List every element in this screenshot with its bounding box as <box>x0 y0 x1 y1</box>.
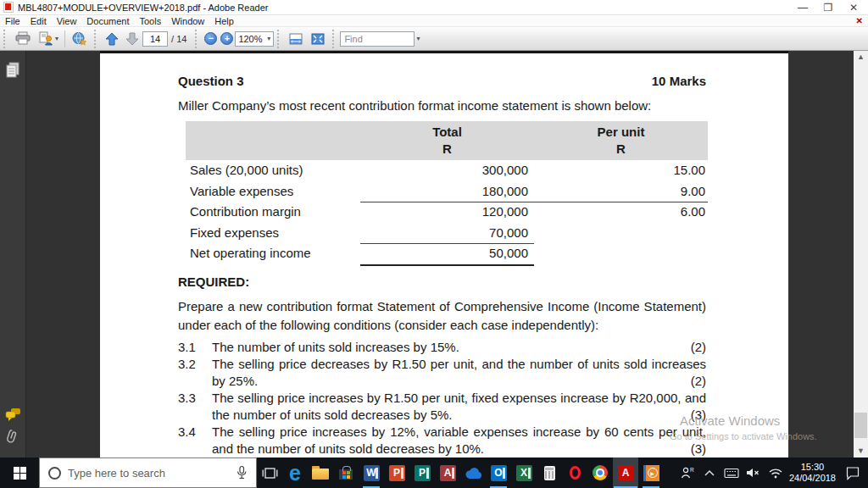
share-button[interactable] <box>68 29 91 49</box>
taskbar-app-excel[interactable]: X <box>511 458 537 488</box>
toolbar: ▾ / 14 − + 120% ▾ ▾ <box>0 27 868 51</box>
table-row: Net operating income 50,000 <box>186 243 708 264</box>
table-row: Sales (20,000 units) 300,000 15.00 <box>186 160 708 181</box>
page-down-icon <box>125 32 139 46</box>
zoom-level-value: 120% <box>238 34 262 44</box>
export-button[interactable]: ▾ <box>35 29 62 49</box>
menu-file[interactable]: File <box>0 16 25 26</box>
toolbar-grip <box>195 30 199 48</box>
marks-badge: (2) <box>691 373 706 390</box>
scrollbar-thumb[interactable] <box>854 413 867 438</box>
attachments-icon[interactable] <box>5 429 22 447</box>
menu-edit[interactable]: Edit <box>25 16 52 26</box>
menu-bar: File Edit View Document Tools Window Hel… <box>0 15 868 27</box>
people-icon[interactable]: R <box>679 466 696 480</box>
vertical-scrollbar[interactable]: ▲ ▼ <box>854 51 868 458</box>
volume-muted-icon[interactable] <box>745 467 762 479</box>
menu-help[interactable]: Help <box>209 16 239 26</box>
zoom-out-icon[interactable]: − <box>204 32 217 45</box>
pages-panel-icon[interactable] <box>5 61 22 80</box>
taskbar-app-publisher[interactable]: P <box>409 458 435 488</box>
fit-width-button[interactable] <box>307 29 329 49</box>
adobe-reader-window: MBL4807+MODULE+OVERVIEW+2018.pdf - Adobe… <box>0 0 868 488</box>
close-document-icon[interactable]: ✕ <box>856 16 863 25</box>
taskbar-app-outlook[interactable]: O <box>486 458 511 488</box>
file-explorer-icon <box>312 469 329 480</box>
cortana-icon <box>48 467 61 480</box>
taskbar-app-word[interactable]: W <box>359 458 384 488</box>
taskbar-app-media-player[interactable]: ▶ <box>638 458 664 488</box>
table-row: Fixed expenses 70,000 <box>186 223 708 244</box>
taskbar-app-edge[interactable]: e <box>282 458 308 488</box>
access-icon: A <box>440 465 456 481</box>
comments-icon[interactable] <box>5 408 22 423</box>
toolbar-separator <box>64 30 65 47</box>
keyboard-icon[interactable] <box>723 468 740 479</box>
zoom-in-icon[interactable]: + <box>220 32 233 45</box>
publisher-icon: P <box>415 465 431 481</box>
marks-badge: (2) <box>691 339 706 356</box>
pdf-page: Question 3 10 Marks Miller Company’s mos… <box>100 53 788 458</box>
calculator-icon <box>544 466 555 480</box>
microphone-icon[interactable] <box>234 465 249 480</box>
windows-logo-icon <box>14 467 26 480</box>
menu-window[interactable]: Window <box>166 16 209 26</box>
next-page-button[interactable] <box>122 29 142 49</box>
taskbar-clock[interactable]: 15:30 24/04/2018 <box>789 462 836 484</box>
print-button[interactable] <box>11 29 35 49</box>
col-header-per-unit: Per unit R <box>534 124 708 160</box>
toolbar-grip <box>332 30 337 48</box>
action-center-icon[interactable] <box>841 466 865 480</box>
toolbar-grip <box>3 30 8 48</box>
taskbar-app-onedrive[interactable] <box>460 458 486 488</box>
network-icon[interactable] <box>767 467 784 479</box>
title-bar: MBL4807+MODULE+OVERVIEW+2018.pdf - Adobe… <box>0 0 868 15</box>
chevron-up-icon[interactable] <box>701 469 718 477</box>
list-item: 3.4 The selling price increases by 12%, … <box>178 424 706 458</box>
taskbar-app-calculator[interactable] <box>537 458 562 488</box>
menu-tools[interactable]: Tools <box>135 16 167 26</box>
page-number-input[interactable] <box>142 31 168 47</box>
window-title: MBL4807+MODULE+OVERVIEW+2018.pdf - Adobe… <box>18 3 790 13</box>
powerpoint-icon: P <box>389 465 405 481</box>
system-tray: R 15:30 24/04/2018 <box>679 458 868 488</box>
marks-heading: 10 Marks <box>652 74 706 88</box>
print-icon <box>14 31 31 46</box>
zoom-caret-icon: ▾ <box>267 35 270 42</box>
excel-icon: X <box>516 465 532 481</box>
taskbar-search[interactable]: Type here to search <box>39 458 257 488</box>
close-button[interactable]: ✕ <box>841 0 866 14</box>
previous-page-button[interactable] <box>102 29 122 49</box>
taskbar-app-chrome[interactable] <box>587 458 613 488</box>
share-icon <box>71 31 87 47</box>
minimize-button[interactable]: — <box>790 0 815 14</box>
taskbar-apps: e W P P A O X A ▶ <box>257 458 664 488</box>
toolbar-grip <box>94 30 98 48</box>
media-player-icon: ▶ <box>643 465 659 481</box>
menu-document[interactable]: Document <box>81 16 134 26</box>
list-item: 3.1 The number of units sold increases b… <box>178 339 706 356</box>
scroll-up-icon[interactable]: ▲ <box>854 51 868 64</box>
list-item: 3.3 The selling price increases by R1.50… <box>178 390 706 424</box>
menu-view[interactable]: View <box>52 16 82 26</box>
taskbar-app-access[interactable]: A <box>435 458 460 488</box>
export-caret-icon: ▾ <box>55 35 58 42</box>
search-placeholder: Type here to search <box>68 467 234 480</box>
taskbar-app-file-explorer[interactable] <box>308 458 333 488</box>
taskbar-app-opera[interactable] <box>562 458 587 488</box>
scroll-down-icon[interactable]: ▼ <box>854 445 868 458</box>
find-caret-icon: ▾ <box>416 35 420 42</box>
export-icon <box>38 31 53 46</box>
task-view-button[interactable] <box>257 458 282 488</box>
scroll-mode-button[interactable] <box>285 29 307 49</box>
start-button[interactable] <box>0 458 39 488</box>
adobe-reader-icon: A <box>618 465 634 481</box>
taskbar-app-store[interactable] <box>333 458 359 488</box>
taskbar-app-adobe-reader[interactable]: A <box>613 458 638 488</box>
taskbar-app-powerpoint[interactable]: P <box>384 458 409 488</box>
restore-button[interactable]: ❐ <box>815 0 841 14</box>
pdf-file-icon <box>3 2 14 13</box>
zoom-level-select[interactable]: 120% ▾ <box>235 31 274 47</box>
chrome-icon <box>593 465 608 480</box>
find-input[interactable] <box>340 31 415 47</box>
